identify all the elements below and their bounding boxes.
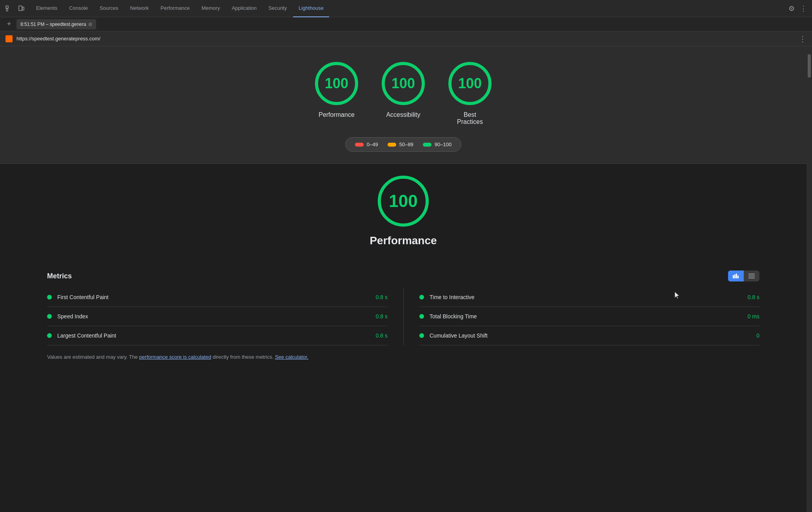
metrics-left-col: First Contentful Paint 0.8 s Speed Index… <box>47 288 403 345</box>
footnote-prefix: Values are estimated and may vary. The <box>47 354 139 360</box>
metric-value-tbt: 0 ms <box>748 313 759 320</box>
perf-score-area: 100 Performance <box>47 176 759 259</box>
score-circles: 100 Performance 100 Accessibility 100 <box>315 62 492 125</box>
metric-dot-tbt <box>419 314 424 319</box>
svg-rect-11 <box>736 274 737 278</box>
metric-value-cls: 0 <box>756 332 759 339</box>
svg-rect-9 <box>733 275 734 278</box>
legend: 0–49 50–89 90–100 <box>345 137 461 152</box>
footnote-middle: directly from these metrics. <box>211 354 275 360</box>
legend-dot-red <box>355 143 364 147</box>
score-item-performance: 100 Performance <box>315 62 358 125</box>
perf-score-circle: 100 <box>378 176 429 227</box>
scores-section: 100 Performance 100 Accessibility 100 <box>0 46 807 164</box>
metric-name-cls: Cumulative Layout Shift <box>430 332 756 339</box>
metric-dot-si <box>47 314 52 319</box>
metric-row-fcp: First Contentful Paint 0.8 s <box>47 288 388 307</box>
metric-value-si: 0.8 s <box>376 313 388 320</box>
score-circle-accessibility: 100 <box>382 62 425 105</box>
score-label-bestpractices: BestPractices <box>457 111 483 125</box>
score-value-bestpractices: 100 <box>458 75 482 92</box>
legend-range-red: 0–49 <box>367 142 378 147</box>
score-label-accessibility: Accessibility <box>386 111 420 118</box>
metric-row-cls: Cumulative Layout Shift 0 <box>419 326 759 345</box>
legend-item-green: 90–100 <box>423 142 452 147</box>
score-circle-bestpractices: 100 <box>448 62 492 105</box>
svg-rect-12 <box>737 276 739 278</box>
score-item-bestpractices: 100 BestPractices <box>448 62 492 125</box>
score-item-accessibility: 100 Accessibility <box>382 62 425 125</box>
main-content: 100 Performance 100 Accessibility 100 <box>0 46 812 512</box>
inspect-icon[interactable] <box>3 3 14 14</box>
perf-title: Performance <box>370 234 437 247</box>
device-icon[interactable] <box>16 3 27 14</box>
tab-memory[interactable]: Memory <box>196 0 226 17</box>
metric-name-tti: Time to Interactive <box>430 294 748 300</box>
tab-sources[interactable]: Sources <box>94 0 124 17</box>
score-circle-performance: 100 <box>315 62 358 105</box>
metric-name-lcp: Largest Contentful Paint <box>57 332 376 339</box>
favicon <box>5 35 13 42</box>
settings-icon[interactable]: ⚙ <box>786 3 797 14</box>
url-more-icon[interactable]: ⋮ <box>799 34 807 44</box>
legend-range-green: 90–100 <box>435 142 452 147</box>
metric-value-lcp: 0.8 s <box>376 332 388 339</box>
svg-rect-4 <box>19 6 22 11</box>
metric-name-fcp: First Contentful Paint <box>57 294 376 300</box>
metric-row-si: Speed Index 0.8 s <box>47 307 388 326</box>
metrics-right-col: Time to Interactive 0.8 s Total Blocking… <box>403 288 759 345</box>
mouse-cursor <box>673 291 681 300</box>
devtools-icon-group <box>3 3 27 14</box>
svg-point-7 <box>7 39 9 41</box>
devtools-tabbar: Elements Console Sources Network Perform… <box>0 0 812 17</box>
score-label-performance: Performance <box>319 111 355 118</box>
metrics-title: Metrics <box>47 272 72 280</box>
metric-name-si: Speed Index <box>57 313 376 320</box>
tab-application[interactable]: Application <box>226 0 262 17</box>
more-options-icon[interactable]: ⋮ <box>798 3 809 14</box>
tab-network[interactable]: Network <box>125 0 155 17</box>
metric-row-tbt: Total Blocking Time 0 ms <box>419 307 759 326</box>
url-text: https://speedtest.generatepress.com/ <box>16 36 100 42</box>
tab-item[interactable]: 8:51:51 PM – speedtest.genera ⊘ <box>16 19 96 29</box>
url-bar: https://speedtest.generatepress.com/ ⋮ <box>0 31 812 46</box>
tab-performance[interactable]: Performance <box>155 0 195 17</box>
metric-value-tti: 0.8 s <box>748 294 759 300</box>
tab-security[interactable]: Security <box>263 0 292 17</box>
legend-item-orange: 50–89 <box>388 142 413 147</box>
score-value-performance: 100 <box>325 75 348 92</box>
metric-value-fcp: 0.8 s <box>376 294 388 300</box>
perf-score-value: 100 <box>389 191 417 211</box>
scrollbar-thumb[interactable] <box>808 54 811 78</box>
content-area: 100 Performance 100 Accessibility 100 <box>0 46 807 512</box>
svg-rect-0 <box>6 6 8 8</box>
metric-dot-fcp <box>47 295 52 300</box>
svg-point-6 <box>8 36 10 39</box>
svg-rect-5 <box>22 7 24 10</box>
svg-rect-14 <box>748 276 755 276</box>
metric-row-lcp: Largest Contentful Paint 0.8 s <box>47 326 388 345</box>
metric-dot-tti <box>419 295 424 300</box>
metrics-header: Metrics <box>47 271 759 281</box>
tab-lighthouse[interactable]: Lighthouse <box>293 0 329 17</box>
perf-score-link[interactable]: performance score is calculated <box>139 354 211 360</box>
tab-timestamp: 8:51:51 PM – speedtest.genera <box>20 22 86 27</box>
svg-point-8 <box>9 39 11 41</box>
performance-section: 100 Performance Metrics <box>0 164 807 373</box>
legend-dot-green <box>423 143 431 147</box>
tab-elements[interactable]: Elements <box>31 0 63 17</box>
toggle-list-button[interactable] <box>744 271 759 281</box>
add-tab-button[interactable]: + <box>5 20 13 29</box>
toggle-bar-chart-button[interactable] <box>728 271 744 281</box>
tab-stop-icon: ⊘ <box>88 22 92 27</box>
scrollbar-track[interactable] <box>807 46 812 512</box>
view-toggle <box>728 271 759 281</box>
tab-console[interactable]: Console <box>64 0 93 17</box>
metrics-grid: First Contentful Paint 0.8 s Speed Index… <box>47 288 759 345</box>
svg-rect-15 <box>748 278 755 278</box>
svg-rect-10 <box>734 274 736 278</box>
calculator-link[interactable]: See calculator. <box>275 354 308 360</box>
metrics-footnote: Values are estimated and may vary. The p… <box>47 353 759 361</box>
legend-range-orange: 50–89 <box>399 142 413 147</box>
metric-dot-cls <box>419 333 424 338</box>
